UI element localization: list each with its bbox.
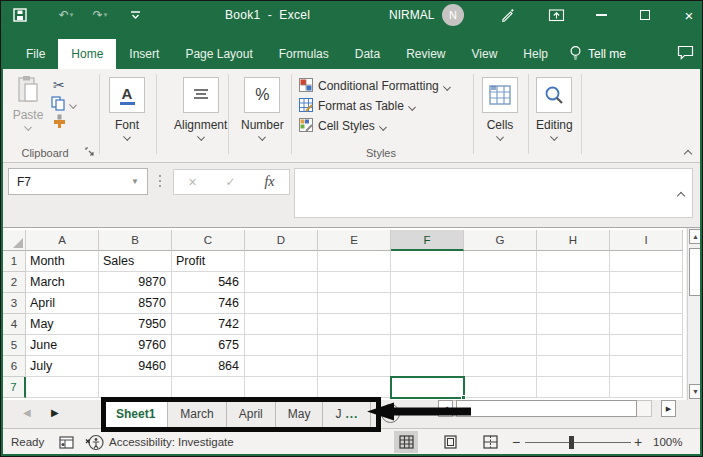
row-header-4[interactable]: 4 (3, 314, 26, 335)
collapse-ribbon-icon[interactable] (684, 150, 692, 158)
cell-D6[interactable] (245, 356, 318, 377)
save-icon[interactable] (9, 1, 31, 29)
cell-C1[interactable]: Profit (172, 251, 245, 272)
cells-group-button[interactable]: Cells (482, 77, 518, 140)
column-header-a[interactable]: A (26, 230, 99, 251)
name-box[interactable]: F7 ▼ (8, 168, 148, 195)
ribbon-tab-formulas[interactable]: Formulas (266, 39, 342, 69)
column-header-d[interactable]: D (245, 230, 318, 251)
page-layout-view-icon[interactable] (438, 431, 462, 453)
select-all-corner[interactable] (3, 230, 26, 251)
normal-view-icon[interactable] (394, 431, 418, 453)
column-header-e[interactable]: E (318, 230, 391, 251)
cell-H2[interactable] (537, 272, 610, 293)
cell-H6[interactable] (537, 356, 610, 377)
cell-A5[interactable]: June (26, 335, 99, 356)
cell-F1[interactable] (391, 251, 464, 272)
cell-G4[interactable] (464, 314, 537, 335)
ink-pen-icon[interactable] (497, 1, 519, 29)
cell-E3[interactable] (318, 293, 391, 314)
cell-G5[interactable] (464, 335, 537, 356)
cell-A4[interactable]: May (26, 314, 99, 335)
cell-I1[interactable] (610, 251, 683, 272)
cell-D1[interactable] (245, 251, 318, 272)
cell-H3[interactable] (537, 293, 610, 314)
cell-E5[interactable] (318, 335, 391, 356)
ribbon-tab-review[interactable]: Review (393, 39, 458, 69)
cell-C7[interactable] (172, 377, 245, 398)
cell-D3[interactable] (245, 293, 318, 314)
cell-F2[interactable] (391, 272, 464, 293)
cell-D4[interactable] (245, 314, 318, 335)
cell-A7[interactable] (26, 377, 99, 398)
undo-icon[interactable]: ↶▾ (51, 1, 81, 29)
cell-F3[interactable] (391, 293, 464, 314)
number-group-button[interactable]: % Number (241, 77, 284, 140)
cell-F6[interactable] (391, 356, 464, 377)
cell-I6[interactable] (610, 356, 683, 377)
format-painter-icon[interactable] (52, 114, 67, 132)
minimize-button[interactable] (590, 1, 612, 29)
cell-H4[interactable] (537, 314, 610, 335)
paste-button[interactable]: Paste (9, 75, 47, 130)
cell-F4[interactable] (391, 314, 464, 335)
cell-D5[interactable] (245, 335, 318, 356)
cell-A1[interactable]: Month (26, 251, 99, 272)
cell-H1[interactable] (537, 251, 610, 272)
clipboard-dialog-launcher-icon[interactable] (85, 146, 95, 160)
macro-record-icon[interactable] (59, 429, 74, 455)
cell-B7[interactable] (99, 377, 172, 398)
sheet-tab-april[interactable]: April (227, 400, 276, 428)
cell-C6[interactable]: 864 (172, 356, 245, 377)
sheet-tab-sheet1[interactable]: Sheet1 (104, 400, 168, 428)
ribbon-tab-view[interactable]: View (459, 39, 511, 69)
column-header-i[interactable]: I (610, 230, 683, 251)
formula-input[interactable] (294, 168, 693, 218)
cell-B3[interactable]: 8570 (99, 293, 172, 314)
row-header-6[interactable]: 6 (3, 356, 26, 377)
ribbon-tab-help[interactable]: Help (510, 39, 561, 69)
scroll-left-icon[interactable]: ◀ (438, 400, 453, 417)
new-sheet-button[interactable]: + (381, 404, 400, 423)
ribbon-tab-data[interactable]: Data (342, 39, 393, 69)
cut-icon[interactable]: ✂ (53, 77, 65, 93)
cell-C3[interactable]: 746 (172, 293, 245, 314)
cell-A3[interactable]: April (26, 293, 99, 314)
tell-me[interactable]: Tell me (561, 39, 634, 69)
accessibility-icon[interactable] (85, 429, 104, 455)
cell-I5[interactable] (610, 335, 683, 356)
cell-B6[interactable]: 9460 (99, 356, 172, 377)
cell-E6[interactable] (318, 356, 391, 377)
insert-function-icon[interactable]: fx (264, 174, 274, 190)
copy-icon[interactable] (51, 96, 66, 114)
ribbon-display-options-icon[interactable] (545, 1, 567, 29)
cell-B4[interactable]: 7950 (99, 314, 172, 335)
row-header-2[interactable]: 2 (3, 272, 26, 293)
enter-icon[interactable]: ✓ (226, 175, 236, 189)
cell-E4[interactable] (318, 314, 391, 335)
cell-D7[interactable] (245, 377, 318, 398)
name-box-dropdown-icon[interactable]: ▼ (131, 177, 139, 186)
cell-A6[interactable]: July (26, 356, 99, 377)
cell-E1[interactable] (318, 251, 391, 272)
cell-B1[interactable]: Sales (99, 251, 172, 272)
cell-E7[interactable] (318, 377, 391, 398)
sheet-tab-march[interactable]: March (168, 400, 226, 428)
ribbon-tab-home[interactable]: Home (58, 39, 116, 69)
next-sheet-icon[interactable]: ▶ (51, 407, 59, 418)
ribbon-tab-file[interactable]: File (13, 39, 58, 69)
sheet-tab-j[interactable]: J... (323, 400, 371, 428)
column-header-c[interactable]: C (172, 230, 245, 251)
copy-dropdown-icon[interactable] (69, 101, 77, 109)
row-header-3[interactable]: 3 (3, 293, 26, 314)
horizontal-scroll-thumb[interactable] (456, 400, 637, 417)
cell-I4[interactable] (610, 314, 683, 335)
cell-I7[interactable] (610, 377, 683, 398)
customize-quick-access-icon[interactable] (127, 1, 143, 29)
row-header-7[interactable]: 7 (3, 377, 26, 398)
zoom-slider-track[interactable] (525, 442, 631, 443)
cell-B2[interactable]: 9870 (99, 272, 172, 293)
font-group-button[interactable]: A Font (109, 77, 145, 140)
cell-G1[interactable] (464, 251, 537, 272)
sheet-tab-may[interactable]: May (276, 400, 324, 428)
